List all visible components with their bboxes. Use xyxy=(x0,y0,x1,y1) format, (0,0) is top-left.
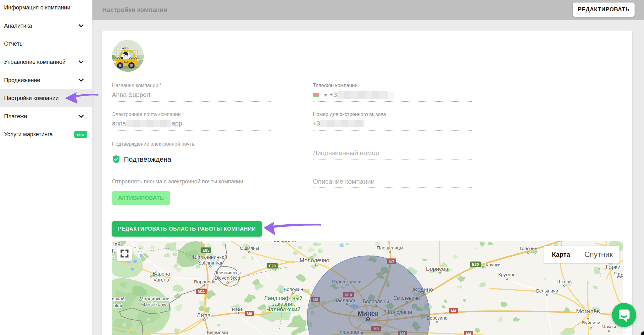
svg-text:M11: M11 xyxy=(198,289,205,294)
svg-text:Марцинконис: Марцинконис xyxy=(140,296,169,301)
svg-text:nkai: nkai xyxy=(113,303,122,308)
svg-text:Varėna: Varėna xyxy=(153,277,169,282)
svg-text:Шклов: Шклов xyxy=(557,279,572,284)
svg-text:Крупки: Крупки xyxy=(486,262,500,267)
svg-text:Горки: Горки xyxy=(606,264,621,270)
svg-text:Воложин: Воложин xyxy=(284,287,303,292)
svg-text:Варена: Варена xyxy=(153,271,170,276)
svg-text:Marcinkonys: Marcinkonys xyxy=(141,302,168,307)
svg-text:Шальчининкай: Шальчининкай xyxy=(193,254,227,260)
svg-text:Вороново: Вороново xyxy=(194,279,215,284)
svg-text:Молодечно: Молодечно xyxy=(300,257,329,264)
svg-text:M4: M4 xyxy=(466,332,471,335)
svg-text:Ландшафтный: Ландшафтный xyxy=(264,295,303,301)
svg-text:E85: E85 xyxy=(203,248,209,253)
svg-text:tu: tu xyxy=(112,247,117,254)
svg-text:M4: M4 xyxy=(451,309,456,313)
svg-text:Сморгонь: Сморгонь xyxy=(273,241,296,243)
svg-text:Ивье: Ивье xyxy=(232,306,243,312)
svg-text:Толочин: Толочин xyxy=(519,246,537,251)
svg-text:Dieveniškės: Dieveniškės xyxy=(215,275,240,281)
svg-text:Ошмяны: Ошмяны xyxy=(240,245,259,251)
svg-text:заказник: заказник xyxy=(272,301,295,307)
svg-text:Налибокский: Налибокский xyxy=(266,306,301,313)
svg-text:Берёзовка: Берёзовка xyxy=(207,330,228,335)
svg-text:Борисов: Борисов xyxy=(426,266,448,272)
svg-text:Šalčininkai: Šalčininkai xyxy=(198,260,222,265)
svg-text:Могилёв: Могилёв xyxy=(576,308,600,315)
svg-text:E28: E28 xyxy=(269,264,276,268)
svg-text:Лида: Лида xyxy=(197,312,211,319)
svg-text:тус: тус xyxy=(112,241,120,246)
svg-text:Дри: Дри xyxy=(617,272,623,278)
svg-text:Круглое: Круглое xyxy=(498,272,515,277)
svg-text:M6: M6 xyxy=(247,312,252,316)
svg-text:Буйничи: Буйничи xyxy=(582,320,600,325)
svg-text:E30: E30 xyxy=(472,262,479,267)
svg-text:Плещеницы: Плещеницы xyxy=(377,245,403,250)
svg-text:Белыничи: Белыничи xyxy=(536,288,558,293)
svg-text:Девянишкес: Девянишкес xyxy=(214,270,241,275)
svg-text:р: р xyxy=(112,255,114,261)
svg-text:TAXI: TAXI xyxy=(124,61,130,63)
svg-text:инкай: инкай xyxy=(112,296,125,301)
